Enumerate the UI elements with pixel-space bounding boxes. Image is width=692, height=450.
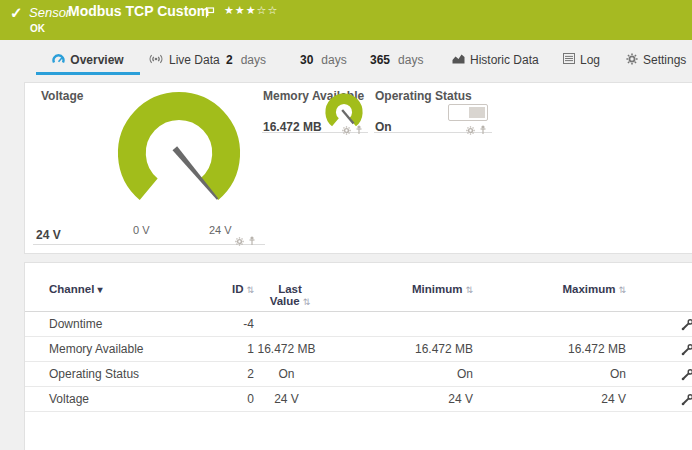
cell-min: On <box>326 362 473 387</box>
channel-settings-wrench-icon[interactable] <box>680 393 692 410</box>
memory-pin-icon[interactable] <box>355 121 363 139</box>
tab-2-days[interactable]: 2days <box>226 48 266 72</box>
voltage-value: 24 V <box>36 228 61 242</box>
sensor-title: Modbus TCP Custom <box>68 3 209 19</box>
sort-icon[interactable]: ⇅ <box>303 297 311 307</box>
channel-settings-wrench-icon[interactable] <box>680 318 692 335</box>
tab-historic-data[interactable]: Historic Data <box>452 48 539 72</box>
status-ok-check-icon: ✓ <box>10 4 23 22</box>
prtg-sensor-page: ✓ Sensor Modbus TCP Custom ★★★☆☆ OK Over… <box>0 0 692 450</box>
tab-settings-label: Settings <box>643 53 686 67</box>
overview-gauges-panel: Voltage 0 V 24 V 24 V <box>24 82 692 254</box>
operating-status-switch <box>448 104 488 121</box>
sort-icon[interactable]: ⇅ <box>618 285 626 295</box>
cell-id: 2 <box>219 362 254 387</box>
cell-channel[interactable]: Voltage <box>25 387 219 412</box>
object-kind-label: Sensor <box>29 5 70 20</box>
tab-log[interactable]: Log <box>563 48 600 72</box>
log-list-icon <box>563 53 575 67</box>
cell-min <box>326 312 473 337</box>
broadcast-icon <box>148 53 164 67</box>
cell-last: On <box>254 362 326 387</box>
cell-last: 16.472 MB <box>254 337 326 362</box>
cell-last: 24 V <box>254 387 326 412</box>
cell-max: 16.472 MB <box>473 337 626 362</box>
voltage-gear-icon[interactable] <box>235 232 244 250</box>
voltage-gauge-title: Voltage <box>41 89 83 103</box>
cell-min: 16.472 MB <box>326 337 473 362</box>
operating-gear-icon[interactable] <box>466 121 475 139</box>
column-header-channel[interactable]: Channel▾ <box>25 277 219 312</box>
priority-stars[interactable]: ★★★☆☆ <box>224 4 278 17</box>
gauge-icon <box>52 53 65 67</box>
pause-flag-icon[interactable] <box>205 4 215 22</box>
column-header-maximum[interactable]: Maximum⇅ <box>473 277 626 312</box>
sort-icon[interactable]: ⇅ <box>465 285 473 295</box>
cell-id: 0 <box>219 387 254 412</box>
stars-empty: ☆☆ <box>257 4 279 16</box>
sensor-header: ✓ Sensor Modbus TCP Custom ★★★☆☆ OK <box>0 0 692 40</box>
table-row-memory-available[interactable]: Memory Available 1 16.472 MB 16.472 MB 1… <box>25 337 692 362</box>
cell-last <box>254 312 326 337</box>
tab-live-data[interactable]: Live Data <box>148 48 220 72</box>
operating-pin-icon[interactable] <box>479 121 487 139</box>
column-header-id[interactable]: ID⇅ <box>219 277 254 312</box>
cell-max: On <box>473 362 626 387</box>
column-header-actions <box>626 277 692 312</box>
cell-max: 24 V <box>473 387 626 412</box>
gear-icon <box>626 53 638 68</box>
tab-bar: Overview Live Data 2days 30days 365days <box>0 48 692 75</box>
cell-channel[interactable]: Downtime <box>25 312 219 337</box>
table-row-voltage[interactable]: Voltage 0 24 V 24 V 24 V <box>25 387 692 412</box>
switch-knob <box>469 107 485 118</box>
voltage-divider <box>33 244 265 245</box>
cell-min: 24 V <box>326 387 473 412</box>
tab-historic-label: Historic Data <box>470 53 539 67</box>
column-header-minimum[interactable]: Minimum⇅ <box>326 277 473 312</box>
operating-status-title: Operating Status <box>375 89 472 103</box>
cell-channel[interactable]: Operating Status <box>25 362 219 387</box>
voltage-gauge <box>104 91 254 226</box>
channel-table: Channel▾ ID⇅ Last Value⇅ Minimum⇅ Maximu… <box>25 277 692 412</box>
stars-filled: ★★★ <box>224 4 257 16</box>
voltage-pin-icon[interactable] <box>248 232 256 250</box>
voltage-scale-min: 0 V <box>133 224 150 236</box>
status-badge: OK <box>30 23 45 34</box>
channel-filter-caret-icon[interactable]: ▾ <box>97 284 102 295</box>
channel-settings-wrench-icon[interactable] <box>680 368 692 385</box>
cell-max <box>473 312 626 337</box>
tab-live-data-label: Live Data <box>169 53 220 67</box>
cell-channel[interactable]: Memory Available <box>25 337 219 362</box>
tab-overview-label: Overview <box>70 53 123 67</box>
cell-id: 1 <box>219 337 254 362</box>
channel-table-panel: Channel▾ ID⇅ Last Value⇅ Minimum⇅ Maximu… <box>24 262 692 450</box>
voltage-scale-max: 24 V <box>209 224 232 236</box>
cell-id: -4 <box>219 312 254 337</box>
tab-365-days[interactable]: 365days <box>370 48 423 72</box>
table-row-operating-status[interactable]: Operating Status 2 On On On <box>25 362 692 387</box>
memory-gear-icon[interactable] <box>342 121 351 139</box>
column-header-last-value[interactable]: Last Value⇅ <box>254 277 326 312</box>
tab-overview[interactable]: Overview <box>36 48 140 75</box>
tab-log-label: Log <box>580 53 600 67</box>
tab-30-days[interactable]: 30days <box>300 48 347 72</box>
sort-icon[interactable]: ⇅ <box>246 285 254 295</box>
area-chart-icon <box>452 53 465 67</box>
table-header-row: Channel▾ ID⇅ Last Value⇅ Minimum⇅ Maximu… <box>25 277 692 312</box>
table-row-downtime[interactable]: Downtime -4 <box>25 312 692 337</box>
channel-settings-wrench-icon[interactable] <box>680 343 692 360</box>
tab-settings[interactable]: Settings <box>626 48 686 72</box>
